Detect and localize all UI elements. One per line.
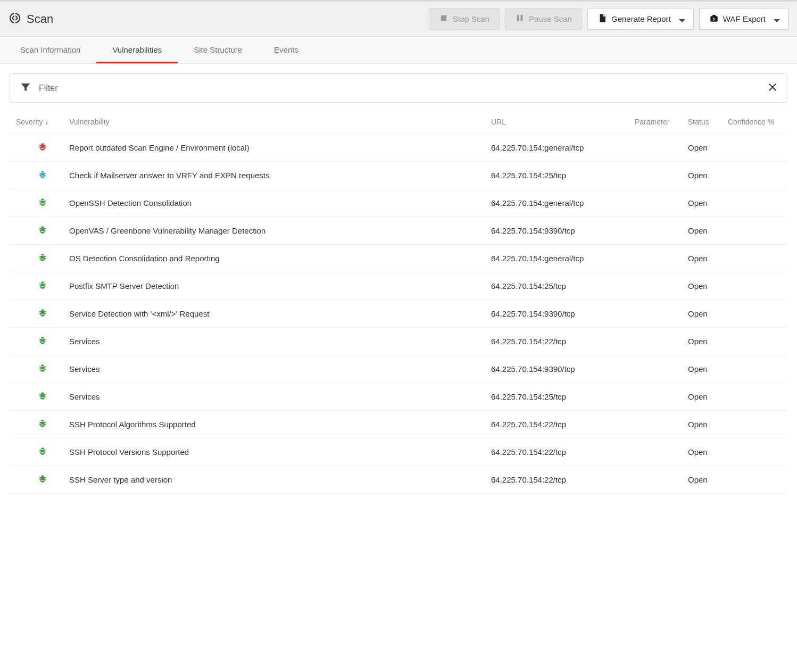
vulnerabilities-table: Severity ↓ Vulnerability URL Parameter S… <box>10 112 787 494</box>
bug-icon <box>38 419 47 430</box>
table-row[interactable]: SSH Protocol Versions Supported64.225.70… <box>10 438 787 466</box>
col-parameter[interactable]: Parameter <box>635 118 688 126</box>
table-body: Report outdated Scan Engine / Environmen… <box>10 134 787 494</box>
tab-vulnerabilities[interactable]: Vulnerabilities <box>96 37 178 63</box>
vuln-name: Services <box>69 337 491 346</box>
table-row[interactable]: OpenSSH Detection Consolidation64.225.70… <box>10 189 787 217</box>
sort-desc-icon: ↓ <box>45 118 49 126</box>
table-row[interactable]: SSH Server type and version64.225.70.154… <box>10 466 787 494</box>
svg-rect-3 <box>14 12 15 24</box>
bug-icon <box>38 363 47 375</box>
header-actions: Stop Scan Pause Scan Generate Report WAF… <box>429 8 788 30</box>
pause-scan-button: Pause Scan <box>505 8 582 30</box>
col-url[interactable]: URL <box>491 118 635 126</box>
filter-input[interactable] <box>39 84 760 93</box>
vuln-status: Open <box>688 392 728 401</box>
vuln-name: Services <box>69 392 491 401</box>
col-vulnerability[interactable]: Vulnerability <box>69 118 491 126</box>
generate-report-label: Generate Report <box>611 14 671 23</box>
table-header: Severity ↓ Vulnerability URL Parameter S… <box>10 112 787 134</box>
table-row[interactable]: Services64.225.70.154:9390/tcpOpen <box>10 355 787 383</box>
page-title: Scan <box>27 12 53 26</box>
bug-icon <box>38 474 47 485</box>
vuln-status: Open <box>688 143 728 152</box>
col-severity-label: Severity <box>16 118 43 126</box>
waf-export-button[interactable]: WAF Export <box>699 8 788 30</box>
tabs: Scan InformationVulnerabilitiesSite Stru… <box>0 37 797 64</box>
vuln-status: Open <box>688 171 728 180</box>
svg-rect-5 <box>517 15 519 21</box>
chevron-down-icon <box>772 16 778 22</box>
filter-bar <box>10 73 787 103</box>
vuln-name: SSH Server type and version <box>69 475 491 484</box>
table-row[interactable]: Service Detection with '<xml/>' Request6… <box>10 300 787 328</box>
vuln-url: 64.225.70.154:25/tcp <box>491 392 635 401</box>
table-row[interactable]: OS Detection Consolidation and Reporting… <box>10 245 787 272</box>
tab-events[interactable]: Events <box>258 37 314 63</box>
table-row[interactable]: Services64.225.70.154:22/tcpOpen <box>10 328 787 355</box>
col-severity[interactable]: Severity ↓ <box>16 118 69 126</box>
stop-icon <box>439 13 449 24</box>
bug-icon <box>38 391 47 402</box>
vuln-status: Open <box>688 364 728 374</box>
svg-rect-8 <box>712 15 716 16</box>
col-confidence[interactable]: Confidence % <box>728 118 781 126</box>
generate-report-button[interactable]: Generate Report <box>587 8 694 30</box>
vuln-url: 64.225.70.154:22/tcp <box>491 337 635 346</box>
table-row[interactable]: OpenVAS / Greenbone Vulnerability Manage… <box>10 217 787 245</box>
header-left: Scan <box>9 12 53 26</box>
vuln-status: Open <box>688 198 728 208</box>
table-row[interactable]: Services64.225.70.154:25/tcpOpen <box>10 383 787 411</box>
vuln-name: Report outdated Scan Engine / Environmen… <box>69 143 491 152</box>
vuln-name: OS Detection Consolidation and Reporting <box>69 254 491 263</box>
table-row[interactable]: Postfix SMTP Server Detection64.225.70.1… <box>10 272 787 300</box>
bug-icon <box>38 170 47 181</box>
bug-icon <box>38 225 47 236</box>
table-row[interactable]: Check if Mailserver answer to VRFY and E… <box>10 162 787 189</box>
vuln-status: Open <box>688 309 728 318</box>
table-row[interactable]: Report outdated Scan Engine / Environmen… <box>10 134 787 162</box>
table-row[interactable]: SSH Protocol Algorithms Supported64.225.… <box>10 411 787 438</box>
bug-icon <box>38 253 47 264</box>
vuln-url: 64.225.70.154:22/tcp <box>491 475 635 484</box>
vuln-url: 64.225.70.154:22/tcp <box>491 420 635 429</box>
vuln-name: Service Detection with '<xml/>' Request <box>69 309 491 318</box>
waf-icon <box>709 13 719 24</box>
vuln-name: SSH Protocol Versions Supported <box>69 447 491 457</box>
vuln-name: OpenVAS / Greenbone Vulnerability Manage… <box>69 226 491 235</box>
report-icon <box>597 13 607 24</box>
content: Severity ↓ Vulnerability URL Parameter S… <box>0 64 797 494</box>
header: Scan Stop Scan Pause Scan Generate Repor… <box>0 0 797 37</box>
vuln-url: 64.225.70.154:9390/tcp <box>491 226 635 235</box>
tab-site-structure[interactable]: Site Structure <box>178 37 258 63</box>
bug-icon <box>38 336 47 347</box>
vuln-status: Open <box>688 254 728 263</box>
vuln-url: 64.225.70.154:general/tcp <box>491 143 635 152</box>
bug-icon <box>38 446 47 458</box>
pause-icon <box>515 13 525 24</box>
vuln-url: 64.225.70.154:25/tcp <box>491 171 635 180</box>
vuln-status: Open <box>688 337 728 346</box>
svg-rect-6 <box>521 15 523 21</box>
vuln-url: 64.225.70.154:22/tcp <box>491 447 635 457</box>
vuln-name: Postfix SMTP Server Detection <box>69 281 491 291</box>
vuln-url: 64.225.70.154:general/tcp <box>491 254 635 263</box>
vuln-status: Open <box>688 475 728 484</box>
svg-rect-4 <box>441 15 447 21</box>
pause-scan-label: Pause Scan <box>529 14 572 23</box>
vuln-url: 64.225.70.154:9390/tcp <box>491 364 635 374</box>
stop-scan-label: Stop Scan <box>453 14 489 23</box>
tab-scan-information[interactable]: Scan Information <box>4 37 96 63</box>
bug-icon <box>38 197 47 209</box>
bug-icon <box>38 142 47 153</box>
vuln-url: 64.225.70.154:9390/tcp <box>491 309 635 318</box>
vuln-name: OpenSSH Detection Consolidation <box>69 198 491 208</box>
waf-export-label: WAF Export <box>723 14 766 23</box>
stop-scan-button: Stop Scan <box>429 8 500 30</box>
col-status[interactable]: Status <box>688 118 728 126</box>
bug-icon <box>38 308 47 319</box>
filter-icon <box>20 81 31 95</box>
clear-filter-icon[interactable] <box>768 82 777 94</box>
vuln-url: 64.225.70.154:25/tcp <box>491 281 635 291</box>
bug-icon <box>38 280 47 292</box>
